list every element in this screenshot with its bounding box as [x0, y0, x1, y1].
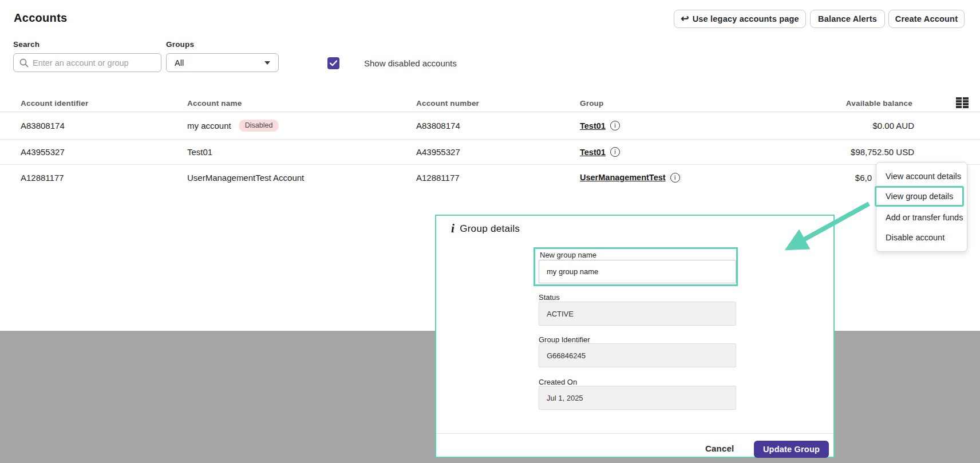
- balance-alerts-label: Balance Alerts: [818, 14, 877, 23]
- row3-group-cell: UserManagementTest i: [580, 165, 680, 190]
- search-input[interactable]: [33, 58, 155, 68]
- row2-name-cell: Test01: [187, 140, 212, 164]
- new-group-name-label: New group name: [540, 251, 596, 259]
- row2-name: Test01: [187, 147, 212, 157]
- modal-title: Group details: [460, 223, 520, 235]
- row1-name: my account: [187, 121, 231, 130]
- create-account-button[interactable]: Create Account: [888, 10, 965, 28]
- row1-name-cell: my account Disabled: [187, 112, 279, 139]
- col-account-name: Account name: [187, 95, 242, 112]
- new-group-name-input[interactable]: [539, 260, 736, 283]
- account-actions-menu: View account details View group details …: [876, 162, 967, 252]
- create-account-label: Create Account: [895, 14, 958, 23]
- row3-identifier: A12881177: [21, 165, 64, 190]
- info-icon[interactable]: i: [610, 121, 620, 130]
- menu-item-disable-account[interactable]: Disable account: [886, 231, 963, 244]
- row1-group-cell: Test01 i: [580, 112, 620, 139]
- row2-identifier: A43955327: [21, 140, 65, 164]
- table-row: A43955327 Test01 A43955327 Test01 i $98,…: [0, 140, 980, 165]
- info-italic-icon: i: [451, 223, 455, 235]
- group-identifier-field: G66846245: [539, 343, 736, 367]
- row3-name: UserManagementTest Account: [187, 173, 304, 183]
- row1-identifier: A83808174: [21, 112, 65, 139]
- balance-alerts-button[interactable]: Balance Alerts: [810, 10, 885, 28]
- disabled-badge: Disabled: [239, 120, 279, 132]
- col-account-number: Account number: [416, 95, 479, 112]
- check-icon: [330, 60, 337, 66]
- accounts-page: Accounts ↩ Use legacy accounts page Bala…: [0, 0, 980, 463]
- modal-footer-divider: [436, 433, 833, 434]
- row2-number: A43955327: [416, 140, 460, 164]
- created-on-field: Jul 1, 2025: [539, 386, 736, 410]
- info-icon[interactable]: i: [610, 147, 620, 157]
- chevron-down-icon: [264, 61, 270, 65]
- row3-balance: $6,0: [855, 165, 872, 190]
- row2-group-link[interactable]: Test01: [580, 148, 606, 157]
- page-title: Accounts: [14, 11, 68, 25]
- status-label: Status: [539, 293, 560, 302]
- cancel-button[interactable]: Cancel: [705, 444, 734, 453]
- search-label: Search: [13, 40, 39, 49]
- table-header: Account identifier Account name Account …: [0, 95, 980, 112]
- row3-number: A12881177: [416, 165, 460, 190]
- modal-title-row: i Group details: [451, 223, 520, 235]
- group-details-modal: i Group details New group name Status AC…: [435, 215, 835, 458]
- update-group-button[interactable]: Update Group: [754, 441, 829, 458]
- row1-balance: $0.00 AUD: [872, 112, 914, 139]
- groups-label: Groups: [166, 40, 194, 49]
- col-group: Group: [580, 95, 604, 112]
- row1-number: A83808174: [416, 112, 460, 139]
- view-group-details-highlight: [875, 186, 964, 207]
- status-field: ACTIVE: [539, 302, 736, 326]
- col-account-identifier: Account identifier: [21, 95, 88, 112]
- menu-item-view-account-details[interactable]: View account details: [886, 169, 963, 183]
- table-row: A12881177 UserManagementTest Account A12…: [0, 165, 980, 190]
- search-icon: [19, 58, 29, 68]
- row3-group-link[interactable]: UserManagementTest: [580, 173, 666, 182]
- show-disabled-label: Show disabled accounts: [364, 58, 457, 68]
- undo-icon: ↩: [681, 14, 689, 23]
- use-legacy-accounts-button[interactable]: ↩ Use legacy accounts page: [674, 10, 806, 28]
- row1-group-link[interactable]: Test01: [580, 121, 606, 130]
- use-legacy-accounts-label: Use legacy accounts page: [693, 14, 799, 23]
- row2-group-cell: Test01 i: [580, 140, 620, 164]
- row3-name-cell: UserManagementTest Account: [187, 165, 304, 190]
- created-on-label: Created On: [539, 378, 577, 386]
- row2-balance: $98,752.50 USD: [851, 140, 914, 164]
- show-disabled-checkbox[interactable]: [327, 57, 339, 69]
- group-identifier-label: Group Identifier: [539, 335, 590, 344]
- info-icon[interactable]: i: [670, 173, 680, 183]
- table-row: A83808174 my account Disabled A83808174 …: [0, 112, 980, 140]
- search-box: [13, 53, 161, 72]
- column-settings-icon[interactable]: [956, 97, 970, 109]
- menu-item-add-or-transfer-funds[interactable]: Add or transfer funds: [886, 211, 963, 224]
- col-available-balance: Available balance: [846, 95, 912, 112]
- groups-select[interactable]: All: [166, 53, 279, 72]
- groups-selected-value: All: [175, 58, 184, 68]
